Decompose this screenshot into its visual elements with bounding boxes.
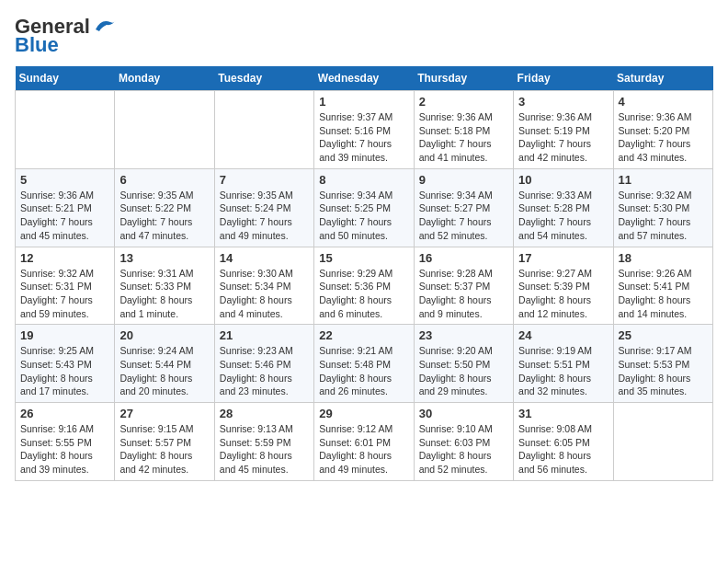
day-number: 24 [518, 328, 608, 342]
day-number: 12 [20, 251, 109, 265]
day-info: Sunrise: 9:17 AM Sunset: 5:53 PM Dayligh… [619, 344, 708, 398]
day-info: Sunrise: 9:20 AM Sunset: 5:50 PM Dayligh… [419, 344, 508, 398]
calendar-cell: 12Sunrise: 9:32 AM Sunset: 5:31 PM Dayli… [16, 247, 115, 325]
day-info: Sunrise: 9:32 AM Sunset: 5:31 PM Dayligh… [20, 267, 109, 321]
day-number: 18 [619, 251, 708, 265]
day-info: Sunrise: 9:35 AM Sunset: 5:22 PM Dayligh… [119, 189, 209, 243]
weekday-header-friday: Friday [514, 66, 613, 91]
logo-blue: Blue [15, 33, 59, 57]
calendar-cell: 18Sunrise: 9:26 AM Sunset: 5:41 PM Dayli… [613, 247, 712, 325]
day-number: 10 [518, 173, 608, 187]
day-number: 13 [119, 251, 209, 265]
day-number: 27 [119, 407, 209, 420]
day-info: Sunrise: 9:16 AM Sunset: 5:55 PM Dayligh… [20, 422, 109, 477]
day-number: 23 [419, 328, 508, 342]
day-number: 16 [419, 251, 508, 265]
day-number: 6 [119, 173, 209, 187]
day-info: Sunrise: 9:31 AM Sunset: 5:33 PM Dayligh… [119, 267, 209, 321]
day-info: Sunrise: 9:12 AM Sunset: 6:01 PM Dayligh… [319, 422, 408, 477]
day-number: 2 [419, 95, 508, 109]
day-info: Sunrise: 9:30 AM Sunset: 5:34 PM Dayligh… [220, 267, 309, 321]
day-number: 26 [20, 407, 109, 420]
day-info: Sunrise: 9:25 AM Sunset: 5:43 PM Dayligh… [20, 344, 109, 398]
calendar-cell: 31Sunrise: 9:08 AM Sunset: 6:05 PM Dayli… [514, 403, 613, 481]
day-number: 14 [220, 251, 309, 265]
day-info: Sunrise: 9:21 AM Sunset: 5:48 PM Dayligh… [319, 344, 408, 398]
calendar-cell: 11Sunrise: 9:32 AM Sunset: 5:30 PM Dayli… [613, 168, 712, 247]
day-number: 31 [518, 407, 608, 420]
day-info: Sunrise: 9:15 AM Sunset: 5:57 PM Dayligh… [119, 422, 209, 477]
calendar-cell: 22Sunrise: 9:21 AM Sunset: 5:48 PM Dayli… [314, 325, 414, 403]
day-number: 30 [419, 407, 508, 420]
day-number: 4 [619, 95, 708, 109]
calendar-cell: 19Sunrise: 9:25 AM Sunset: 5:43 PM Dayli… [16, 325, 115, 403]
day-info: Sunrise: 9:23 AM Sunset: 5:46 PM Dayligh… [220, 344, 309, 398]
day-info: Sunrise: 9:08 AM Sunset: 6:05 PM Dayligh… [518, 422, 608, 477]
day-number: 25 [619, 328, 708, 342]
calendar-cell: 30Sunrise: 9:10 AM Sunset: 6:03 PM Dayli… [414, 403, 513, 481]
day-info: Sunrise: 9:28 AM Sunset: 5:37 PM Dayligh… [419, 267, 508, 321]
calendar-cell: 8Sunrise: 9:34 AM Sunset: 5:25 PM Daylig… [314, 168, 414, 247]
weekday-header-thursday: Thursday [414, 66, 513, 91]
calendar-cell: 5Sunrise: 9:36 AM Sunset: 5:21 PM Daylig… [16, 168, 115, 247]
day-number: 9 [419, 173, 508, 187]
calendar-cell: 27Sunrise: 9:15 AM Sunset: 5:57 PM Dayli… [115, 403, 214, 481]
day-info: Sunrise: 9:36 AM Sunset: 5:19 PM Dayligh… [518, 110, 608, 165]
calendar-cell: 26Sunrise: 9:16 AM Sunset: 5:55 PM Dayli… [16, 403, 115, 481]
day-info: Sunrise: 9:27 AM Sunset: 5:39 PM Dayligh… [518, 267, 608, 321]
calendar-cell: 9Sunrise: 9:34 AM Sunset: 5:27 PM Daylig… [414, 168, 513, 247]
day-number: 11 [619, 173, 708, 187]
day-info: Sunrise: 9:36 AM Sunset: 5:21 PM Dayligh… [20, 189, 109, 243]
weekday-header-monday: Monday [115, 66, 214, 91]
day-info: Sunrise: 9:35 AM Sunset: 5:24 PM Dayligh… [220, 189, 309, 243]
calendar-cell [613, 403, 712, 481]
day-number: 1 [319, 95, 408, 109]
day-number: 15 [319, 251, 408, 265]
day-info: Sunrise: 9:36 AM Sunset: 5:20 PM Dayligh… [619, 110, 708, 165]
day-number: 3 [518, 95, 608, 109]
day-info: Sunrise: 9:34 AM Sunset: 5:27 PM Dayligh… [419, 189, 508, 243]
calendar-cell: 15Sunrise: 9:29 AM Sunset: 5:36 PM Dayli… [314, 247, 414, 325]
day-info: Sunrise: 9:13 AM Sunset: 5:59 PM Dayligh… [220, 422, 309, 477]
calendar-cell: 17Sunrise: 9:27 AM Sunset: 5:39 PM Dayli… [514, 247, 613, 325]
day-info: Sunrise: 9:19 AM Sunset: 5:51 PM Dayligh… [518, 344, 608, 398]
calendar-cell: 23Sunrise: 9:20 AM Sunset: 5:50 PM Dayli… [414, 325, 513, 403]
weekday-header-sunday: Sunday [16, 66, 115, 91]
calendar-cell: 21Sunrise: 9:23 AM Sunset: 5:46 PM Dayli… [214, 325, 313, 403]
weekday-header-tuesday: Tuesday [214, 66, 313, 91]
day-number: 29 [319, 407, 408, 420]
day-number: 17 [518, 251, 608, 265]
day-info: Sunrise: 9:37 AM Sunset: 5:16 PM Dayligh… [319, 110, 408, 165]
day-info: Sunrise: 9:33 AM Sunset: 5:28 PM Dayligh… [518, 189, 608, 243]
day-info: Sunrise: 9:34 AM Sunset: 5:25 PM Dayligh… [319, 189, 408, 243]
calendar-table: SundayMondayTuesdayWednesdayThursdayFrid… [15, 66, 713, 481]
weekday-header-saturday: Saturday [613, 66, 712, 91]
day-number: 22 [319, 328, 408, 342]
logo: General Blue [15, 15, 118, 57]
calendar-cell: 7Sunrise: 9:35 AM Sunset: 5:24 PM Daylig… [214, 168, 313, 247]
day-info: Sunrise: 9:26 AM Sunset: 5:41 PM Dayligh… [619, 267, 708, 321]
calendar-cell: 14Sunrise: 9:30 AM Sunset: 5:34 PM Dayli… [214, 247, 313, 325]
calendar-cell: 4Sunrise: 9:36 AM Sunset: 5:20 PM Daylig… [613, 91, 712, 169]
calendar-cell: 10Sunrise: 9:33 AM Sunset: 5:28 PM Dayli… [514, 168, 613, 247]
day-info: Sunrise: 9:32 AM Sunset: 5:30 PM Dayligh… [619, 189, 708, 243]
day-info: Sunrise: 9:29 AM Sunset: 5:36 PM Dayligh… [319, 267, 408, 321]
day-number: 5 [20, 173, 109, 187]
calendar-cell: 24Sunrise: 9:19 AM Sunset: 5:51 PM Dayli… [514, 325, 613, 403]
weekday-header-wednesday: Wednesday [314, 66, 414, 91]
day-info: Sunrise: 9:24 AM Sunset: 5:44 PM Dayligh… [119, 344, 209, 398]
logo-bird-icon [92, 17, 118, 33]
calendar-cell: 13Sunrise: 9:31 AM Sunset: 5:33 PM Dayli… [115, 247, 214, 325]
calendar-cell: 6Sunrise: 9:35 AM Sunset: 5:22 PM Daylig… [115, 168, 214, 247]
calendar-cell: 29Sunrise: 9:12 AM Sunset: 6:01 PM Dayli… [314, 403, 414, 481]
day-info: Sunrise: 9:10 AM Sunset: 6:03 PM Dayligh… [419, 422, 508, 477]
calendar-cell: 2Sunrise: 9:36 AM Sunset: 5:18 PM Daylig… [414, 91, 513, 169]
calendar-cell [115, 91, 214, 169]
day-number: 19 [20, 328, 109, 342]
calendar-cell [214, 91, 313, 169]
calendar-cell: 28Sunrise: 9:13 AM Sunset: 5:59 PM Dayli… [214, 403, 313, 481]
calendar-cell: 3Sunrise: 9:36 AM Sunset: 5:19 PM Daylig… [514, 91, 613, 169]
calendar-cell [16, 91, 115, 169]
calendar-cell: 1Sunrise: 9:37 AM Sunset: 5:16 PM Daylig… [314, 91, 414, 169]
day-number: 21 [220, 328, 309, 342]
